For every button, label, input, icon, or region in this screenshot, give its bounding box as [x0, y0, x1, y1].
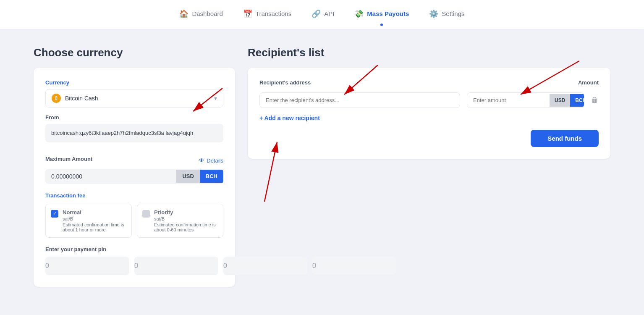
choose-currency-title: Choose currency [34, 46, 235, 59]
fee-option-normal[interactable]: ✓ Normal sat/B Estimated confirmation ti… [45, 204, 132, 238]
nav-label-settings: Settings [442, 10, 464, 17]
recipient-address-input[interactable] [259, 92, 460, 108]
delete-recipient-btn[interactable]: 🗑 [591, 96, 599, 105]
nav-item-dashboard[interactable]: 🏠 Dashboard [179, 9, 223, 20]
details-label: Details [207, 158, 223, 164]
chevron-down-icon: ▾ [214, 95, 217, 102]
recipients-card: Recipient's address Amount USD BCH 🗑 + A… [248, 68, 610, 159]
bch-coin-icon: ₿ [52, 94, 61, 103]
main-content: Choose currency Currency ₿ Bitcoin Cash … [0, 29, 644, 304]
recipients-list-title: Recipient's list [248, 46, 610, 59]
settings-icon: ⚙️ [429, 9, 438, 18]
from-label: From [45, 114, 223, 121]
normal-sub2: Estimated confirmation time is about 1 h… [63, 222, 126, 232]
nav-item-api[interactable]: 🔗 API [312, 9, 334, 20]
send-funds-button[interactable]: Send funds [531, 130, 599, 147]
left-panel: Choose currency Currency ₿ Bitcoin Cash … [34, 46, 235, 287]
amount-input-group: USD BCH [467, 92, 584, 108]
max-amount-value: 0.00000000 [45, 169, 176, 184]
currency-card: Currency ₿ Bitcoin Cash ▾ From bitcoinca… [34, 68, 235, 287]
normal-title: Normal [63, 209, 126, 215]
max-amount-row: 0.00000000 USD BCH [45, 169, 223, 184]
recipient-row: USD BCH 🗑 [259, 92, 599, 108]
bch-toggle-btn[interactable]: BCH [200, 170, 223, 183]
amount-col-label: Amount [578, 79, 599, 86]
tx-fee-label: Transaction fee [45, 192, 223, 199]
max-amount-label: Maximum Amount [45, 156, 92, 162]
pin-input-1[interactable] [45, 257, 129, 275]
amount-input[interactable] [467, 93, 550, 108]
dashboard-icon: 🏠 [179, 9, 188, 18]
top-nav: 🏠 Dashboard 📅 Transactions 🔗 API 💸 Mass … [0, 0, 644, 29]
add-recipient-button[interactable]: + Add a new recipient [259, 115, 320, 121]
priority-sub2: Estimated confirmation time is about 0-6… [154, 222, 218, 232]
amount-usd-btn[interactable]: USD [550, 94, 570, 107]
pin-inputs [45, 257, 223, 275]
right-panel: Recipient's list Recipient's address Amo… [248, 46, 610, 287]
currency-value: Bitcoin Cash [65, 95, 98, 102]
nav-label-transactions: Transactions [256, 10, 291, 17]
nav-item-mass-payouts[interactable]: 💸 Mass Payouts [354, 9, 409, 20]
pin-label: Enter your payment pin [45, 246, 223, 252]
priority-checkbox[interactable] [142, 210, 150, 218]
amount-bch-btn[interactable]: BCH [570, 94, 584, 107]
priority-title: Priority [154, 209, 218, 215]
from-address: bitcoincash:qzy6t3ktlaaep2h7h2fmladquc3s… [45, 124, 223, 142]
recipients-header: Recipient's address Amount [259, 79, 599, 86]
usd-toggle-btn[interactable]: USD [176, 170, 199, 183]
fee-options: ✓ Normal sat/B Estimated confirmation ti… [45, 204, 223, 238]
currency-select[interactable]: ₿ Bitcoin Cash ▾ [45, 89, 223, 108]
nav-label-mass-payouts: Mass Payouts [367, 10, 409, 17]
priority-sub1: sat/B [154, 216, 218, 221]
nav-label-api: API [324, 10, 334, 17]
mass-payouts-icon: 💸 [354, 9, 364, 18]
normal-checkbox[interactable]: ✓ [51, 210, 58, 218]
transactions-icon: 📅 [243, 9, 252, 18]
nav-label-dashboard: Dashboard [192, 10, 223, 17]
normal-sub1: sat/B [63, 216, 126, 221]
nav-item-transactions[interactable]: 📅 Transactions [243, 9, 291, 20]
currency-label: Currency [45, 79, 223, 86]
details-link[interactable]: 👁 Details [199, 157, 223, 164]
nav-item-settings[interactable]: ⚙️ Settings [429, 9, 464, 20]
address-col-label: Recipient's address [259, 79, 311, 86]
pin-input-2[interactable] [134, 257, 218, 275]
api-icon: 🔗 [312, 9, 321, 18]
eye-icon: 👁 [199, 157, 204, 164]
fee-option-priority[interactable]: Priority sat/B Estimated confirmation ti… [137, 204, 223, 238]
